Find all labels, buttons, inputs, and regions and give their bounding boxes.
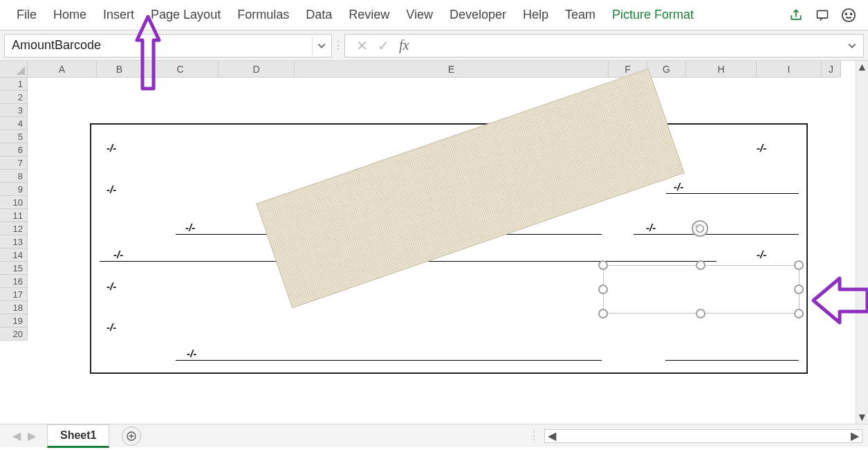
resize-handle[interactable] (794, 260, 804, 270)
horizontal-scrollbar[interactable]: ◀ ▶ (544, 429, 862, 443)
row-header[interactable]: 16 (0, 275, 27, 288)
scroll-left-icon[interactable]: ◀ (545, 429, 559, 442)
resize-handle[interactable] (794, 309, 804, 318)
formula-bar-resize-grip[interactable]: ⋮ (332, 39, 344, 52)
comments-icon[interactable] (811, 4, 833, 26)
svg-point-2 (845, 13, 847, 15)
row-header[interactable]: 3 (0, 104, 27, 117)
row-headers[interactable]: 1234567891011121314151617181920 (0, 78, 28, 341)
row-header[interactable]: 14 (0, 249, 27, 262)
row-header[interactable]: 5 (0, 130, 27, 143)
tab-picture-format[interactable]: Picture Format (604, 1, 702, 29)
row-header[interactable]: 4 (0, 117, 27, 130)
underline (634, 234, 799, 235)
formula-bar-actions: ✕ ✓ fx (344, 34, 420, 57)
tab-developer[interactable]: Developer (441, 1, 515, 29)
sheet-canvas[interactable]: -/- -/- -/- -/- -/- -/- -/- -/- -/- -/- … (28, 78, 841, 410)
scroll-up-icon[interactable]: ▲ (856, 61, 868, 73)
row-header[interactable]: 13 (0, 235, 27, 249)
worksheet-area: ABCDEFGHIJ 12345678910111213141516171819… (0, 61, 868, 424)
column-header[interactable]: H (686, 61, 757, 77)
field-placeholder: -/- (757, 249, 766, 260)
field-placeholder: -/- (107, 280, 116, 292)
rotate-handle-icon[interactable] (692, 220, 708, 237)
insert-function-icon[interactable]: fx (399, 37, 409, 53)
resize-handle[interactable] (598, 309, 608, 318)
row-header[interactable]: 2 (0, 91, 27, 104)
tab-formulas[interactable]: Formulas (229, 1, 297, 29)
resize-handle[interactable] (598, 285, 608, 294)
field-placeholder: -/- (674, 181, 683, 192)
row-header[interactable]: 8 (0, 170, 27, 183)
field-placeholder: -/- (113, 249, 123, 260)
tab-data[interactable]: Data (297, 1, 340, 29)
resize-handle[interactable] (794, 285, 804, 294)
formula-bar-expand[interactable] (844, 37, 860, 54)
row-header[interactable]: 6 (0, 143, 27, 156)
tab-help[interactable]: Help (515, 1, 557, 29)
row-header[interactable]: 1 (0, 78, 27, 91)
selected-object-amountbarcode[interactable] (603, 265, 800, 314)
row-header[interactable]: 15 (0, 262, 27, 275)
formula-bar-row: AmountBarcode ⋮ ✕ ✓ fx (0, 30, 868, 61)
tab-view[interactable]: View (398, 1, 441, 29)
column-header[interactable]: G (647, 61, 686, 77)
next-sheet-icon[interactable]: ▶ (28, 429, 36, 442)
column-header[interactable]: D (219, 61, 295, 77)
row-header[interactable]: 9 (0, 183, 27, 196)
underline (176, 360, 602, 361)
row-header[interactable]: 17 (0, 288, 27, 301)
column-headers[interactable]: ABCDEFGHIJ (28, 61, 841, 78)
row-header[interactable]: 19 (0, 314, 27, 327)
column-header[interactable]: J (822, 61, 841, 77)
column-header[interactable]: A (28, 61, 97, 77)
tab-insert[interactable]: Insert (95, 1, 142, 29)
name-box-value: AmountBarcode (12, 38, 101, 53)
tab-page-layout[interactable]: Page Layout (142, 1, 229, 29)
enter-icon[interactable]: ✓ (378, 37, 389, 54)
hscroll-resize-grip[interactable]: ⋮ (528, 429, 540, 442)
row-header[interactable]: 7 (0, 156, 27, 170)
tab-file[interactable]: File (8, 1, 45, 29)
svg-point-3 (851, 13, 852, 15)
resize-handle[interactable] (598, 260, 608, 270)
name-box[interactable]: AmountBarcode (4, 34, 332, 57)
column-header[interactable]: E (295, 61, 609, 77)
field-placeholder: -/- (187, 348, 196, 359)
field-placeholder: -/- (185, 222, 195, 233)
share-icon[interactable] (785, 4, 807, 26)
sheet-tab-nav[interactable]: ◀ ▶ (6, 429, 43, 442)
sheet-tab-bar: ◀ ▶ Sheet1 ⋮ ◀ ▶ (0, 424, 868, 447)
name-box-dropdown[interactable] (312, 36, 330, 55)
tab-review[interactable]: Review (340, 1, 398, 29)
row-header[interactable]: 11 (0, 209, 27, 222)
vertical-scrollbar[interactable]: ▲ ▼ (856, 61, 868, 424)
field-placeholder: -/- (646, 222, 656, 233)
scroll-right-icon[interactable]: ▶ (848, 429, 862, 442)
svg-point-1 (842, 8, 855, 21)
add-sheet-button[interactable] (122, 426, 141, 446)
scroll-track[interactable] (856, 73, 868, 411)
row-header[interactable]: 12 (0, 222, 27, 235)
row-header[interactable]: 18 (0, 301, 27, 314)
row-header[interactable]: 10 (0, 196, 27, 209)
sheet-tab-active[interactable]: Sheet1 (47, 424, 109, 448)
select-all-corner[interactable] (0, 61, 28, 78)
field-placeholder: -/- (107, 321, 116, 333)
column-header[interactable]: I (757, 61, 822, 77)
row-header[interactable]: 20 (0, 327, 27, 341)
column-header[interactable]: C (142, 61, 219, 77)
prev-sheet-icon[interactable]: ◀ (12, 429, 21, 442)
resize-handle[interactable] (696, 260, 705, 270)
tab-home[interactable]: Home (45, 1, 95, 29)
field-placeholder: -/- (107, 183, 116, 195)
cancel-icon[interactable]: ✕ (356, 37, 368, 54)
resize-handle[interactable] (696, 309, 705, 318)
scroll-down-icon[interactable]: ▼ (856, 411, 868, 424)
underline (665, 360, 799, 361)
tab-team[interactable]: Team (557, 1, 604, 29)
feedback-icon[interactable] (838, 4, 860, 26)
svg-rect-0 (818, 10, 828, 18)
column-header[interactable]: B (97, 61, 142, 77)
formula-input[interactable] (420, 34, 864, 57)
